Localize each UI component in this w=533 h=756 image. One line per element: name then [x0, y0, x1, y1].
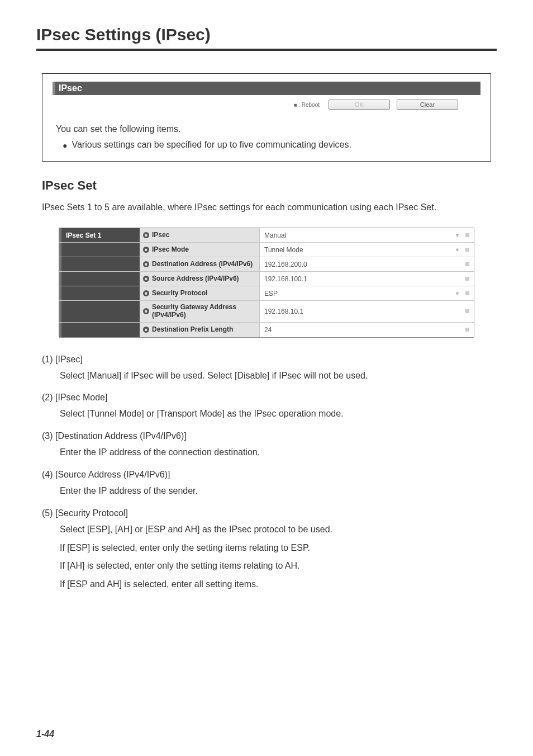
desc-item-security-protocol: (5) [Security Protocol] Select [ESP], [A… — [42, 508, 491, 592]
desc-body: Select [Tunnel Mode] or [Transport Mode]… — [60, 407, 491, 421]
page-number: 1-44 — [36, 729, 54, 739]
chevron-down-icon: ▼ — [455, 247, 460, 253]
desc-text: Select [Manual] if IPsec will be used. S… — [60, 369, 491, 383]
desc-item-source: (4) [Source Address (IPv4/IPv6)] Enter t… — [42, 470, 491, 498]
box-icon — [465, 248, 469, 252]
value-cell[interactable]: 24 — [260, 323, 474, 337]
desc-body: Select [Manual] if IPsec will be used. S… — [60, 369, 491, 383]
desc-body: Enter the IP address of the sender. — [60, 484, 491, 498]
box-icon — [465, 309, 469, 313]
set-label-empty — [59, 257, 140, 271]
intro-bullet-text: Various settings can be specified for up… — [72, 140, 351, 150]
value-cell[interactable]: Tunnel Mode ▼ — [260, 243, 474, 257]
reboot-legend: ■ : Reboot — [293, 102, 320, 108]
reboot-icon: ■ — [143, 327, 149, 333]
desc-text: Enter the IP address of the sender. — [60, 484, 491, 498]
desc-label: (3) [Destination Address (IPv4/IPv6)] — [42, 431, 491, 441]
ok-button[interactable]: OK — [329, 100, 390, 110]
row-label: Security Protocol — [152, 290, 207, 297]
value-cell[interactable]: Manual ▼ — [260, 228, 474, 242]
section-title: IPsec Set — [42, 178, 491, 193]
set-label-empty — [59, 243, 140, 257]
settings-table: IPsec Set 1 ■ IPsec Manual ▼ ■ IPsec Mod… — [59, 228, 474, 338]
box-icon — [465, 291, 469, 295]
dropdown-indicator: ▼ — [455, 247, 469, 253]
value-cell[interactable]: ESP ▼ — [260, 286, 474, 300]
desc-body: Enter the IP address of the connection d… — [60, 446, 491, 460]
row-label: Destination Prefix Length — [152, 326, 233, 334]
label-cell: ■ Destination Prefix Length — [140, 323, 260, 337]
row-value: 24 — [264, 326, 272, 334]
section-desc: IPsec Sets 1 to 5 are available, where I… — [42, 201, 491, 214]
row-label: Source Address (IPv4/IPv6) — [152, 275, 239, 283]
reboot-icon: ■ — [143, 232, 149, 238]
row-value: 192.168.100.1 — [264, 275, 307, 283]
value-cell[interactable]: 192.168.100.1 — [260, 272, 474, 286]
label-cell: ■ IPsec — [140, 228, 260, 242]
bullet-icon: ● — [63, 140, 67, 151]
set-label: IPsec Set 1 — [59, 228, 140, 242]
desc-body: Select [ESP], [AH] or [ESP and AH] as th… — [60, 523, 491, 592]
box-icon — [465, 328, 469, 332]
label-cell: ■ Security Gateway Address (IPv4/IPv6) — [140, 301, 260, 322]
row-label: IPsec — [152, 231, 169, 239]
row-value: ESP — [264, 290, 278, 297]
desc-text: Enter the IP address of the connection d… — [60, 446, 491, 460]
reboot-icon: ■ — [143, 247, 149, 253]
table-row: IPsec Set 1 ■ IPsec Manual ▼ — [59, 228, 474, 243]
box-icon — [465, 262, 469, 266]
row-label: Destination Address (IPv4/IPv6) — [152, 261, 253, 268]
table-row: ■ Security Protocol ESP ▼ — [59, 286, 474, 301]
intro-text: You can set the following items. — [56, 124, 477, 134]
desc-item-ipsec-mode: (2) [IPsec Mode] Select [Tunnel Mode] or… — [42, 393, 491, 421]
intro-panel: IPsec ■ : Reboot OK Clear You can set th… — [42, 73, 491, 162]
desc-label: (1) [IPsec] — [42, 355, 491, 365]
reboot-icon: ■ — [143, 276, 149, 282]
table-row: ■ Destination Prefix Length 24 — [59, 323, 474, 337]
value-cell[interactable]: 192.168.200.0 — [260, 257, 474, 271]
desc-label: (5) [Security Protocol] — [42, 508, 491, 518]
table-row: ■ IPsec Mode Tunnel Mode ▼ — [59, 243, 474, 257]
row-value: 192.168.200.0 — [264, 261, 307, 268]
row-value: Tunnel Mode — [264, 246, 303, 254]
value-cell[interactable]: 192.168.10.1 — [260, 301, 474, 322]
indicator — [465, 328, 469, 332]
dropdown-indicator: ▼ — [455, 233, 469, 238]
indicator — [465, 309, 469, 313]
clear-button[interactable]: Clear — [397, 100, 458, 110]
label-cell: ■ IPsec Mode — [140, 243, 260, 257]
desc-label: (2) [IPsec Mode] — [42, 393, 491, 403]
set-label-empty — [59, 301, 140, 322]
desc-label: (4) [Source Address (IPv4/IPv6)] — [42, 470, 491, 480]
ipsec-header-title: IPsec — [55, 82, 85, 95]
reboot-icon: ■ — [143, 261, 149, 267]
box-icon — [465, 233, 469, 237]
chevron-down-icon: ▼ — [455, 233, 460, 238]
row-value: Manual — [264, 231, 286, 239]
label-cell: ■ Destination Address (IPv4/IPv6) — [140, 257, 260, 271]
title-underline — [36, 49, 497, 51]
set-label-empty — [59, 272, 140, 286]
table-row: ■ Source Address (IPv4/IPv6) 192.168.100… — [59, 272, 474, 286]
desc-item-destination: (3) [Destination Address (IPv4/IPv6)] En… — [42, 431, 491, 460]
description-list: (1) [IPsec] Select [Manual] if IPsec wil… — [42, 355, 491, 592]
dropdown-indicator: ▼ — [455, 291, 469, 296]
indicator — [465, 277, 469, 281]
desc-text: Select [Tunnel Mode] or [Transport Mode]… — [60, 407, 491, 421]
label-cell: ■ Source Address (IPv4/IPv6) — [140, 272, 260, 286]
box-icon — [465, 277, 469, 281]
row-label: Security Gateway Address (IPv4/IPv6) — [152, 304, 256, 319]
reboot-icon: ■ — [143, 290, 149, 296]
row-label: IPsec Mode — [152, 246, 189, 254]
button-row: ■ : Reboot OK Clear — [53, 100, 480, 116]
chevron-down-icon: ▼ — [455, 291, 460, 296]
set-label-empty — [59, 323, 140, 337]
set-label-empty — [59, 286, 140, 300]
intro-bullet: ● Various settings can be specified for … — [63, 140, 477, 151]
desc-text: If [ESP and AH] is selected, enter all s… — [60, 578, 491, 592]
ipsec-header-bar: IPsec — [53, 82, 480, 95]
desc-item-ipsec: (1) [IPsec] Select [Manual] if IPsec wil… — [42, 355, 491, 383]
desc-text: Select [ESP], [AH] or [ESP and AH] as th… — [60, 523, 491, 537]
table-row: ■ Security Gateway Address (IPv4/IPv6) 1… — [59, 301, 474, 323]
row-value: 192.168.10.1 — [264, 308, 303, 315]
